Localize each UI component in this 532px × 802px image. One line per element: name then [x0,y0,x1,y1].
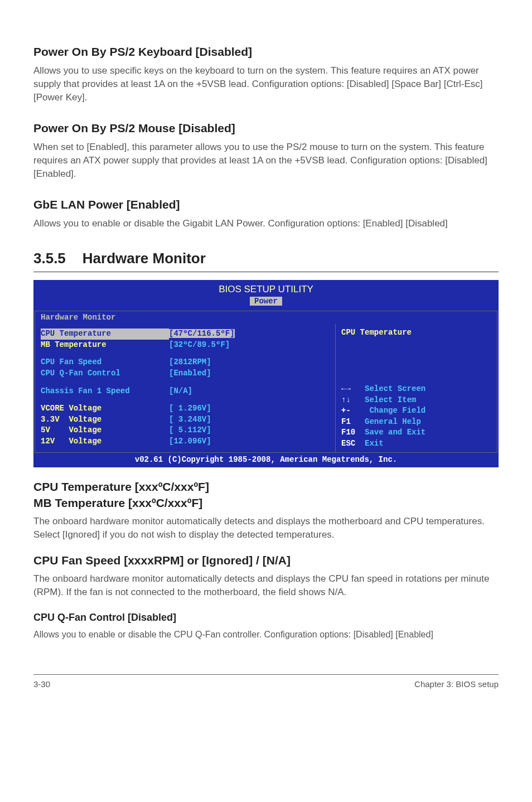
bios-row-cpu-fan[interactable]: CPU Fan Speed [2812RPM] [41,357,330,368]
key-f1: F1 [341,417,351,426]
bios-value: [47ºC/116.5ºF] [169,329,235,338]
heading-hardware-monitor: 3.5.5Hardware Monitor [33,248,499,268]
bios-tab-power[interactable]: Power [250,297,282,306]
bios-row-cpu-qfan[interactable]: CPU Q-Fan Control [Enabled] [41,368,330,379]
body-cpu-fan-speed: The onboard hardware monitor automatical… [33,572,499,599]
key-esc: ESC [341,439,355,448]
bios-value: [ 3.248V] [169,414,330,426]
bios-copyright: v02.61 (C)Copyright 1985-2008, American … [35,454,497,466]
bios-value: [12.096V] [169,436,330,447]
nav-label: Change Field [365,406,425,415]
section-number: 3.5.5 [33,248,66,268]
body-gbe-lan: Allows you to enable or disable the Giga… [33,217,499,230]
bios-help-title: CPU Temperature [341,327,491,339]
bios-label: Chassis Fan 1 Speed [41,386,169,397]
body-cpu-qfan: Allows you to enable or disable the CPU … [33,629,499,641]
bios-row-mb-temp[interactable]: MB Temperature [32ºC/89.5ºF] [41,340,330,351]
bios-value: [32ºC/89.5ºF] [169,340,330,351]
nav-label: Save and Exit [365,428,425,437]
bios-value: [ 5.112V] [169,425,330,436]
key-f10: F10 [341,428,355,437]
bios-row-chassis-fan[interactable]: Chassis Fan 1 Speed [N/A] [41,386,330,397]
bios-label: 12V Voltage [41,436,169,447]
bios-label: CPU Temperature [41,328,169,340]
bios-row-vcore[interactable]: VCORE Voltage [ 1.296V] [41,403,330,414]
bios-label: MB Temperature [41,340,169,351]
nav-label: Select Screen [365,384,425,393]
bios-title: BIOS SETUP UTILITY [33,280,499,296]
bios-label: 3.3V Voltage [41,414,169,426]
up-down-icon: ↑↓ [341,395,351,404]
bios-label: VCORE Voltage [41,403,169,414]
bios-tab-bar: Power [35,296,497,311]
heading-ps2-keyboard: Power On By PS/2 Keyboard [Disabled] [33,44,499,60]
nav-label: General Help [365,417,421,426]
bios-row-3-3v[interactable]: 3.3V Voltage [ 3.248V] [41,414,330,426]
heading-cpu-qfan: CPU Q-Fan Control [Disabled] [33,611,499,625]
bios-row-5v[interactable]: 5V Voltage [ 5.112V] [41,425,330,436]
heading-cpu-fan-speed: CPU Fan Speed [xxxxRPM] or [Ignored] / [… [33,552,499,568]
left-right-icon: ←→ [341,384,351,393]
bios-value: [Enabled] [169,368,330,379]
bios-nav-help: ←→ Select Screen ↑↓ Select Item +- Chang… [341,384,491,450]
plus-minus-icon: +- [341,406,351,415]
bios-label: 5V Voltage [41,425,169,436]
nav-label: Select Item [365,395,416,404]
nav-label: Exit [365,439,384,448]
bios-value: [2812RPM] [169,357,330,368]
bios-label: CPU Q-Fan Control [41,368,169,379]
page-footer: 3-30 Chapter 3: BIOS setup [33,674,499,690]
heading-ps2-mouse: Power On By PS/2 Mouse [Disabled] [33,120,499,136]
chapter-label: Chapter 3: BIOS setup [414,678,499,690]
bios-subhead: Hardware Monitor [35,311,497,325]
page-number: 3-30 [33,678,50,690]
section-title: Hardware Monitor [83,250,206,267]
bios-value: [ 1.296V] [169,403,330,414]
body-temperatures: The onboard hardware monitor automatical… [33,515,499,542]
bios-row-cpu-temp[interactable]: CPU Temperature [47ºC/116.5ºF] [41,328,330,340]
heading-gbe-lan: GbE LAN Power [Enabled] [33,196,499,212]
heading-cpu-temp: CPU Temperature [xxxºC/xxxºF] [33,479,499,495]
bios-row-12v[interactable]: 12V Voltage [12.096V] [41,436,330,447]
bios-value: [N/A] [169,386,330,397]
body-ps2-keyboard: Allows you to use specific keys on the k… [33,64,499,104]
body-ps2-mouse: When set to [Enabled], this parameter al… [33,141,499,180]
heading-mb-temp: MB Temperature [xxxºC/xxxºF] [33,495,499,511]
bios-panel: BIOS SETUP UTILITY Power Hardware Monito… [33,280,499,467]
bios-label: CPU Fan Speed [41,357,169,368]
heading-underline [33,272,499,272]
